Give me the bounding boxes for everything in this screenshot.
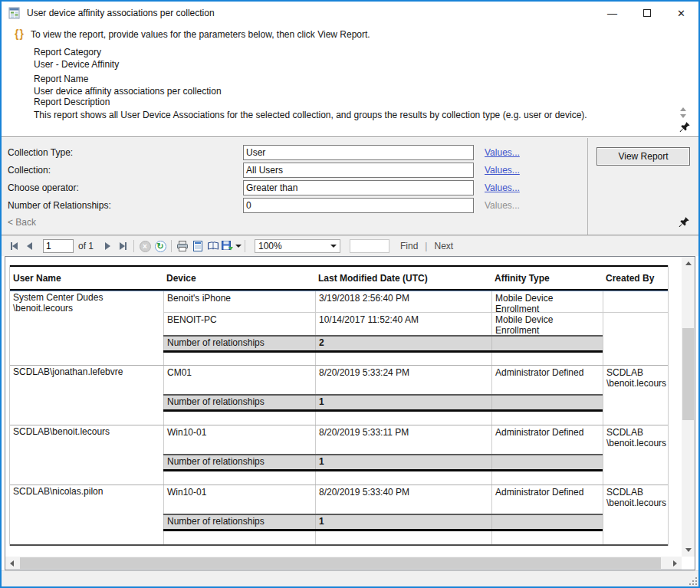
toolbar-separator xyxy=(171,240,172,252)
description-scroll-up-icon[interactable] xyxy=(680,107,686,111)
user-name-cell: SCDLAB\benoit.lecours xyxy=(10,425,163,485)
maximize-button[interactable] xyxy=(629,2,664,25)
relationships-count-label: Number of relationships xyxy=(163,455,315,469)
print-layout-button[interactable] xyxy=(190,238,205,254)
page-setup-icon xyxy=(207,240,219,252)
modified-date-cell: 3/19/2018 2:56:40 PM xyxy=(315,291,491,312)
find-button[interactable]: Find xyxy=(400,241,418,251)
vertical-scrollbar-thumb[interactable] xyxy=(682,328,694,420)
column-header-device: Device xyxy=(163,273,315,284)
minimize-button[interactable]: — xyxy=(595,2,629,25)
column-header-created-by: Created By xyxy=(603,273,668,284)
scroll-down-icon xyxy=(685,548,692,552)
zoom-dropdown-icon xyxy=(330,245,337,248)
affinity-type-cell: Mobile Device Enrollment xyxy=(491,313,603,335)
table-group: SCDLAB\benoit.lecours Win10-01 8/20/2019… xyxy=(10,425,668,485)
report-toolbar: of 1 × ↻ xyxy=(2,235,698,256)
parameter-row-relationships: Number of Relationships: Values... xyxy=(2,197,587,215)
scroll-left-button[interactable] xyxy=(5,557,18,570)
scroll-right-icon xyxy=(673,560,677,567)
table-group: System Center Dudes \benoit.lecours Beno… xyxy=(10,291,668,366)
scroll-left-icon xyxy=(10,560,14,567)
window-title: User device affinity associations per co… xyxy=(27,8,215,18)
relationships-count-label: Number of relationships xyxy=(163,337,315,350)
horizontal-scrollbar-thumb[interactable] xyxy=(20,557,661,569)
device-cell: Win10-01 xyxy=(163,485,315,514)
previous-page-icon xyxy=(27,242,32,250)
operator-input[interactable] xyxy=(243,180,474,195)
stop-rendering-button[interactable]: × xyxy=(137,238,153,254)
report-viewer: User Name Device Last Modified Date (UTC… xyxy=(5,256,695,570)
report-table: User Name Device Last Modified Date (UTC… xyxy=(9,265,669,546)
operator-values-link[interactable]: Values... xyxy=(485,182,520,193)
zoom-select[interactable]: 100% xyxy=(255,239,340,253)
export-button[interactable] xyxy=(221,238,242,254)
print-button[interactable] xyxy=(175,238,190,254)
collection-type-input[interactable] xyxy=(243,145,474,160)
user-name-cell: SCDLAB\jonathan.lefebvre xyxy=(10,366,163,425)
scroll-down-button[interactable] xyxy=(682,544,695,557)
pushpin-icon[interactable] xyxy=(678,216,690,228)
next-page-button[interactable] xyxy=(100,238,115,254)
last-page-button[interactable] xyxy=(115,238,130,254)
created-by-cell: SCDLAB \benoit.lecours xyxy=(603,425,668,454)
modified-date-cell: 8/20/2019 5:33:24 PM xyxy=(315,366,491,394)
resize-grip[interactable] xyxy=(688,576,697,585)
collection-input[interactable] xyxy=(243,163,474,178)
print-layout-icon xyxy=(192,240,204,252)
relationships-summary-row: Number of relationships 1 xyxy=(163,454,668,471)
refresh-button[interactable]: ↻ xyxy=(153,238,168,254)
collection-type-values-link[interactable]: Values... xyxy=(485,147,520,158)
find-text-input[interactable] xyxy=(350,239,389,253)
stop-icon: × xyxy=(140,241,151,252)
collection-values-link[interactable]: Values... xyxy=(485,165,520,176)
relationships-count-value: 1 xyxy=(315,515,491,529)
previous-page-button[interactable] xyxy=(21,238,37,254)
user-name-cell: SCDLAB\nicolas.pilon xyxy=(10,485,163,544)
next-page-icon xyxy=(105,242,110,250)
page-number-input[interactable] xyxy=(43,239,74,253)
collection-label: Collection: xyxy=(8,165,51,176)
instruction-text: To view the report, provide values for t… xyxy=(31,29,370,40)
first-page-button[interactable] xyxy=(6,238,21,254)
device-cell: CM01 xyxy=(163,366,315,394)
export-dropdown-icon xyxy=(235,245,242,248)
relationships-input[interactable] xyxy=(243,198,474,213)
relationships-summary-row: Number of relationships 2 xyxy=(163,335,668,353)
report-category-label: Report Category xyxy=(34,47,101,57)
description-scroll-down-icon[interactable] xyxy=(680,114,686,118)
device-cell: Win10-01 xyxy=(163,425,315,454)
close-button[interactable]: ✕ xyxy=(664,2,698,25)
report-name-label: Report Name xyxy=(34,74,88,84)
scroll-up-icon xyxy=(685,261,692,265)
table-row: Win10-01 8/20/2019 5:33:40 PM Administra… xyxy=(163,485,668,514)
toolbar-separator xyxy=(245,240,245,252)
back-link[interactable]: < Back xyxy=(8,217,36,228)
device-cell: BENOIT-PC xyxy=(163,313,315,335)
parameter-row-collection-type: Collection Type: Values... xyxy=(2,144,587,162)
report-category-value: User - Device Affinity xyxy=(34,59,119,70)
operator-label: Choose operator: xyxy=(8,182,79,193)
view-report-button[interactable]: View Report xyxy=(596,147,690,166)
scroll-right-button[interactable] xyxy=(669,557,682,570)
parameters-panel: Collection Type: Values... Collection: V… xyxy=(2,138,698,235)
device-cell: Benoit's iPhone xyxy=(163,291,315,312)
user-name-cell: System Center Dudes \benoit.lecours xyxy=(10,291,163,365)
group-spacer-row xyxy=(163,471,668,485)
relationships-summary-row: Number of relationships 1 xyxy=(163,394,668,412)
export-save-icon xyxy=(221,240,233,252)
pushpin-icon[interactable] xyxy=(679,121,691,133)
page-setup-button[interactable] xyxy=(205,238,221,254)
find-next-button[interactable]: Next xyxy=(434,241,453,251)
report-window: User device affinity associations per co… xyxy=(0,0,700,588)
relationships-summary-row: Number of relationships 1 xyxy=(163,514,668,531)
page-count-label: of 1 xyxy=(78,241,94,251)
status-bar xyxy=(2,570,698,586)
scroll-up-button[interactable] xyxy=(682,257,695,270)
horizontal-scrollbar[interactable] xyxy=(5,557,682,570)
printer-icon xyxy=(176,240,189,252)
collection-type-label: Collection Type: xyxy=(8,147,73,158)
table-row: Benoit's iPhone 3/19/2018 2:56:40 PM Mob… xyxy=(163,291,668,313)
table-row: CM01 8/20/2019 5:33:24 PM Administrator … xyxy=(163,366,668,394)
vertical-scrollbar[interactable] xyxy=(682,257,695,557)
